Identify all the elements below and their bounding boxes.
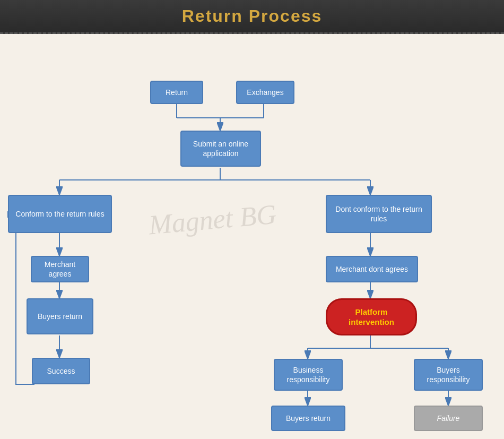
platform-intervention-box: Platform intervention xyxy=(326,298,417,335)
main-content: Magnet BG xyxy=(0,34,504,439)
business-resp-box: Business responsibility xyxy=(274,359,343,391)
exchanges-box: Exchanges xyxy=(236,81,294,104)
dont-conform-box: Dont conform to the return rules xyxy=(326,195,432,233)
header-title: Return Process xyxy=(182,6,323,25)
watermark: Magnet BG xyxy=(147,199,277,241)
header: Return Process xyxy=(0,0,504,34)
success-box: Success xyxy=(32,358,90,384)
return-box: Return xyxy=(150,81,203,104)
conform-box: Conform to the return rules xyxy=(8,195,112,233)
buyers-resp-box: Buyers responsibility xyxy=(414,359,483,391)
buyers-return-left-box: Buyers return xyxy=(27,298,93,334)
merchant-dont-box: Merchant dont agrees xyxy=(326,256,418,282)
merchant-agrees-box: Merchant agrees xyxy=(31,256,89,282)
failure-box: Failure xyxy=(414,406,483,431)
buyers-return-mid-box: Buyers return xyxy=(271,406,345,431)
submit-box: Submit an online application xyxy=(180,131,261,167)
